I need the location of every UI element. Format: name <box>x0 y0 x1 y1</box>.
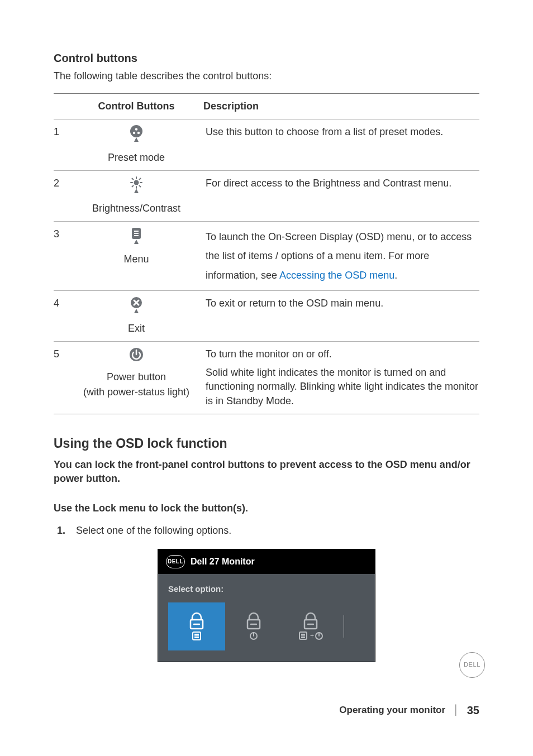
svg-text:+: + <box>310 632 314 640</box>
dell-logo-watermark: DELL <box>459 652 485 678</box>
svg-point-3 <box>137 132 140 134</box>
icon-label-line2: (with power-status light) <box>83 385 189 399</box>
svg-line-11 <box>139 178 140 179</box>
row-number: 1 <box>54 119 69 170</box>
row-description: To launch the On-Screen Display (OSD) me… <box>203 222 479 291</box>
svg-rect-16 <box>134 235 139 236</box>
icon-label: Brightness/Contrast <box>92 202 180 216</box>
svg-point-2 <box>133 132 135 134</box>
footer-section: Operating your monitor <box>339 704 445 717</box>
lock-power-icon <box>242 612 265 641</box>
row-number: 3 <box>54 222 69 291</box>
brightness-icon <box>129 176 144 197</box>
osd-lock-intro: You can lock the front-panel control but… <box>54 458 479 486</box>
osd-lock-sub: Use the Lock menu to lock the button(s). <box>54 501 479 515</box>
svg-rect-15 <box>134 233 139 234</box>
heading-osd-lock: Using the OSD lock function <box>54 434 479 452</box>
osd-panel-header: DELL Dell 27 Monitor <box>158 549 375 574</box>
page-footer: Operating your monitor │ 35 <box>339 702 479 718</box>
footer-page-number: 35 <box>467 702 479 718</box>
osd-panel-title: Dell 27 Monitor <box>191 556 255 568</box>
row-description: For direct access to the Brightness and … <box>203 170 479 221</box>
table-row: 5 Power button <box>54 342 479 414</box>
power-icon <box>129 347 144 366</box>
row-number: 5 <box>54 342 69 414</box>
svg-point-1 <box>135 128 137 131</box>
row-desc-post: . <box>394 270 397 281</box>
table-row: 3 Menu <box>54 222 479 291</box>
icon-label: Exit <box>128 322 145 336</box>
row-desc-line2: Solid white light indicates the monitor … <box>206 366 479 408</box>
icon-label: Menu <box>123 252 149 266</box>
control-buttons-table: Control Buttons Description 1 <box>54 93 479 414</box>
osd-menu-link[interactable]: Accessing the OSD menu <box>279 270 394 281</box>
row-description: Use this button to choose from a list of… <box>203 119 479 170</box>
row-number: 4 <box>54 290 69 341</box>
osd-panel-prompt: Select option: <box>168 583 365 595</box>
step-marker: 1. <box>57 524 69 538</box>
table-header-description: Description <box>203 94 479 119</box>
dell-logo-icon: DELL <box>166 555 185 568</box>
step-text: Select one of the following options. <box>76 524 231 538</box>
table-row: 2 <box>54 170 479 221</box>
menu-icon <box>129 227 144 248</box>
svg-line-10 <box>139 185 140 186</box>
table-header-buttons: Control Buttons <box>69 94 203 119</box>
icon-label: Preset mode <box>108 151 165 165</box>
osd-panel: DELL Dell 27 Monitor Select option: <box>158 549 375 662</box>
lock-menu-icon <box>185 612 208 641</box>
lock-menu-option[interactable] <box>168 602 225 650</box>
icon-label-line1: Power button <box>107 370 166 384</box>
table-header-blank <box>54 94 69 119</box>
lock-power-option[interactable] <box>225 602 282 650</box>
exit-icon <box>129 296 144 317</box>
lock-menu-plus-power-option[interactable]: + <box>282 602 339 650</box>
table-row: 1 Preset mode <box>54 119 479 170</box>
osd-divider <box>344 615 344 638</box>
heading-control-buttons: Control buttons <box>54 50 479 66</box>
svg-line-12 <box>132 185 134 186</box>
svg-point-4 <box>134 180 139 185</box>
row-desc-line1: To turn the monitor on or off. <box>206 347 479 361</box>
lock-menu-power-icon: + <box>295 612 326 641</box>
svg-line-9 <box>132 178 134 179</box>
row-number: 2 <box>54 170 69 221</box>
table-row: 4 Exit <box>54 290 479 341</box>
preset-mode-icon <box>129 125 144 146</box>
svg-point-0 <box>130 125 142 137</box>
osd-option-row: + <box>168 602 365 650</box>
row-description: To turn the monitor on or off. Solid whi… <box>203 342 479 414</box>
svg-rect-14 <box>134 231 139 232</box>
row-description: To exit or return to the OSD main menu. <box>203 290 479 341</box>
footer-separator: │ <box>453 704 459 717</box>
intro-text: The following table describes the contro… <box>54 69 479 83</box>
